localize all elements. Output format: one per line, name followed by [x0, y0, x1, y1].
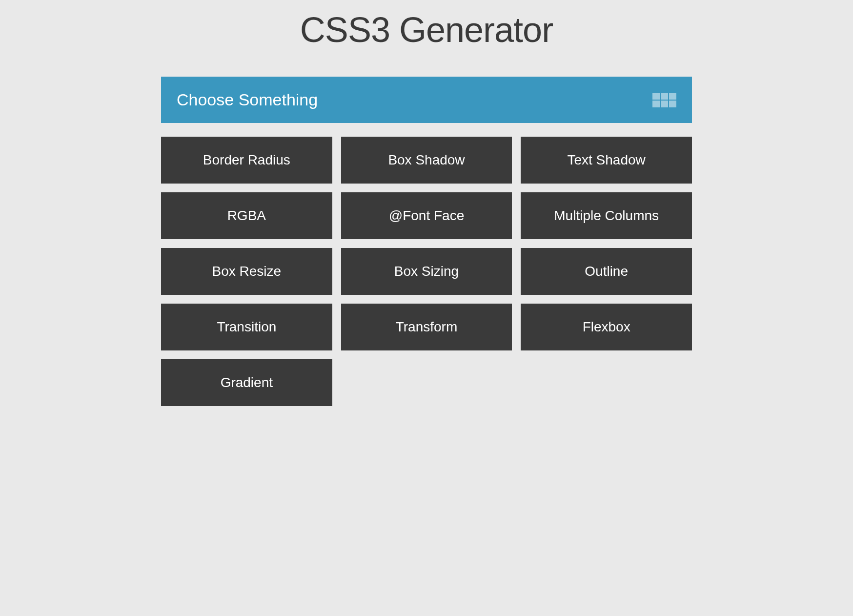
option-multiple-columns[interactable]: Multiple Columns [521, 192, 692, 239]
options-grid: Border Radius Box Shadow Text Shadow RGB… [161, 137, 692, 406]
option-font-face[interactable]: @Font Face [341, 192, 512, 239]
dropdown-label: Choose Something [177, 90, 318, 109]
option-box-sizing[interactable]: Box Sizing [341, 248, 512, 295]
option-transform[interactable]: Transform [341, 304, 512, 350]
option-rgba[interactable]: RGBA [161, 192, 332, 239]
dropdown-header[interactable]: Choose Something [161, 77, 692, 123]
option-transition[interactable]: Transition [161, 304, 332, 350]
option-border-radius[interactable]: Border Radius [161, 137, 332, 184]
main-container: CSS3 Generator Choose Something Border R… [161, 0, 692, 406]
grid-icon [652, 93, 676, 107]
option-flexbox[interactable]: Flexbox [521, 304, 692, 350]
page-title: CSS3 Generator [161, 10, 692, 50]
option-text-shadow[interactable]: Text Shadow [521, 137, 692, 184]
option-box-shadow[interactable]: Box Shadow [341, 137, 512, 184]
option-gradient[interactable]: Gradient [161, 359, 332, 406]
option-box-resize[interactable]: Box Resize [161, 248, 332, 295]
option-outline[interactable]: Outline [521, 248, 692, 295]
